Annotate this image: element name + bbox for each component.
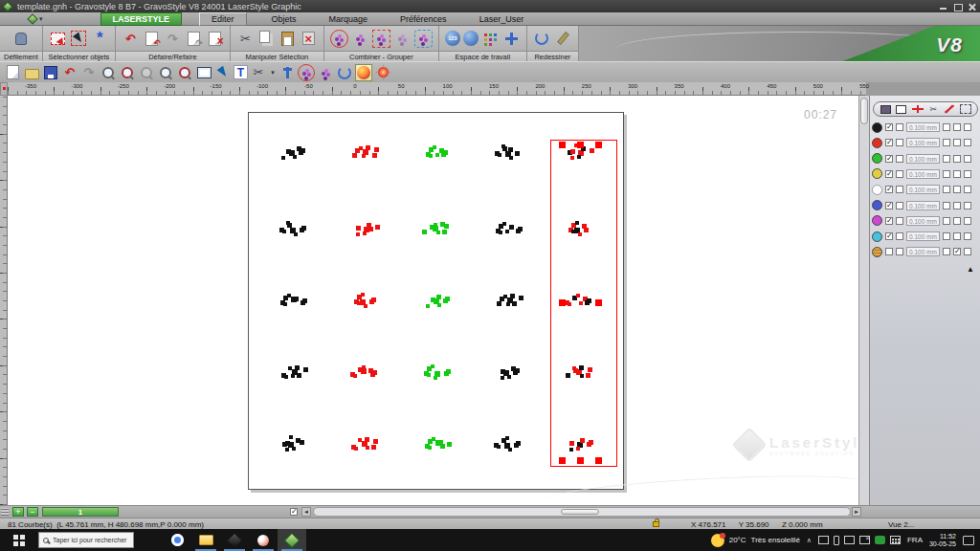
- layer-flag3-checkbox[interactable]: [964, 217, 971, 225]
- menu-laserstyle[interactable]: LASERSTYLE: [100, 12, 183, 26]
- tray-expand-icon[interactable]: ∧: [807, 537, 812, 544]
- hand-icon[interactable]: [11, 30, 30, 48]
- gravostyle-icon[interactable]: [278, 529, 306, 551]
- layer-color-swatch[interactable]: [872, 200, 882, 210]
- order-grid-icon[interactable]: [481, 30, 500, 48]
- layer-visible-checkbox[interactable]: [885, 217, 893, 225]
- scroll-option-checkbox[interactable]: [290, 508, 298, 516]
- menu-marquage[interactable]: Marquage: [322, 13, 376, 25]
- frame-icon[interactable]: [195, 64, 212, 81]
- selection-handle[interactable]: [559, 299, 566, 306]
- snowflake-icon[interactable]: *: [91, 30, 109, 48]
- layer-flag1-checkbox[interactable]: [943, 123, 950, 131]
- layer-flag1-checkbox[interactable]: [943, 248, 950, 255]
- layer-flag2-checkbox[interactable]: [953, 186, 961, 193]
- layer-visible-checkbox[interactable]: [885, 202, 893, 209]
- cursor-icon[interactable]: [214, 64, 232, 81]
- layer-option-checkbox[interactable]: [896, 202, 903, 209]
- layer-option-checkbox[interactable]: [896, 139, 903, 146]
- remote-icon[interactable]: [249, 529, 278, 551]
- explorer-icon[interactable]: [191, 529, 220, 551]
- selection-handle[interactable]: [577, 457, 584, 464]
- new-document-icon[interactable]: [4, 64, 21, 81]
- maximize-icon[interactable]: [953, 3, 962, 11]
- zoom-window-icon[interactable]: [138, 64, 155, 81]
- layer-flag1-checkbox[interactable]: [943, 186, 950, 193]
- paste-icon[interactable]: [278, 30, 297, 48]
- selection-handle[interactable]: [595, 299, 602, 306]
- layer-flag1-checkbox[interactable]: [943, 139, 950, 146]
- separate-icon[interactable]: [414, 30, 433, 48]
- measure-line-icon[interactable]: [912, 104, 924, 114]
- layer-color-swatch[interactable]: [872, 215, 882, 226]
- redo-icon[interactable]: ↷: [164, 30, 182, 48]
- horizontal-scrollbar[interactable]: [313, 507, 851, 517]
- layer-flag2-checkbox[interactable]: [953, 232, 961, 240]
- horizontal-scroll-thumb[interactable]: [561, 509, 599, 515]
- security-icon[interactable]: [875, 536, 885, 544]
- no-draw-icon[interactable]: [944, 104, 955, 114]
- pin-tool-icon[interactable]: [278, 64, 296, 81]
- panel-expand-icon[interactable]: ▲: [967, 265, 974, 274]
- minimize-icon[interactable]: [939, 3, 947, 11]
- layer-color-swatch[interactable]: [872, 168, 882, 179]
- ungroup-gray-icon[interactable]: [393, 30, 412, 48]
- vertical-scrollbar[interactable]: [858, 96, 869, 505]
- layer-flag1-checkbox[interactable]: [943, 202, 950, 209]
- inkscape-icon[interactable]: [220, 529, 249, 551]
- layer-visible-checkbox[interactable]: [885, 186, 893, 193]
- layer-color-swatch[interactable]: [872, 138, 882, 148]
- layer-color-swatch[interactable]: [872, 231, 882, 242]
- menu-objets[interactable]: Objets: [264, 13, 304, 25]
- cut-icon[interactable]: ✂: [236, 30, 255, 48]
- layer-flag2-checkbox[interactable]: [953, 170, 961, 178]
- zoom-previous-icon[interactable]: [119, 64, 136, 81]
- volume-muted-icon[interactable]: [859, 536, 870, 544]
- laser-simulation-icon[interactable]: [355, 64, 372, 81]
- layer-option-checkbox[interactable]: [896, 170, 903, 178]
- layer-color-swatch[interactable]: [872, 153, 882, 164]
- move-icon[interactable]: [502, 30, 521, 48]
- weather-widget[interactable]: 20°C Très ensoleillé: [711, 534, 800, 547]
- scroll-left-icon[interactable]: ◄: [301, 507, 311, 517]
- layer-option-checkbox[interactable]: [896, 232, 903, 240]
- remove-sheet-button[interactable]: −: [27, 507, 38, 517]
- dashed-rect-icon[interactable]: [960, 104, 971, 114]
- copy-icon[interactable]: [257, 30, 276, 48]
- selection-handle[interactable]: [559, 457, 566, 464]
- line-width-field[interactable]: 0.100 mm: [906, 169, 940, 179]
- refresh-icon[interactable]: [533, 30, 551, 48]
- layer-flag1-checkbox[interactable]: [943, 217, 950, 225]
- text-tool-icon[interactable]: T: [234, 65, 248, 79]
- laser-pointer-icon[interactable]: [374, 64, 391, 81]
- vertical-scroll-thumb[interactable]: [860, 98, 868, 124]
- undo-delete-icon[interactable]: [206, 30, 224, 48]
- zoom-selection-icon[interactable]: [176, 64, 193, 81]
- fill-square-icon[interactable]: [880, 104, 891, 114]
- layer-flag1-checkbox[interactable]: [943, 155, 950, 163]
- layer-option-checkbox[interactable]: [896, 123, 903, 131]
- line-width-field[interactable]: 0.100 mm: [906, 138, 940, 147]
- line-width-field[interactable]: 0.100 mm: [906, 216, 940, 226]
- layer-flag3-checkbox[interactable]: [964, 248, 971, 255]
- ruler-origin-button[interactable]: [0, 82, 8, 96]
- layer-visible-checkbox[interactable]: [885, 170, 893, 178]
- selection-handle[interactable]: [559, 142, 566, 148]
- layer-flag2-checkbox[interactable]: [953, 217, 961, 225]
- layer-visible-checkbox[interactable]: [885, 123, 893, 131]
- task-view-icon[interactable]: [134, 529, 163, 551]
- keyboard-icon[interactable]: [890, 536, 901, 544]
- close-icon[interactable]: [968, 3, 976, 11]
- dropdown-caret-icon[interactable]: ▾: [269, 64, 277, 81]
- language-indicator[interactable]: FRA: [907, 536, 923, 544]
- redo-list-icon[interactable]: [185, 30, 203, 48]
- menu-editer[interactable]: Editer: [199, 12, 247, 26]
- undo-icon[interactable]: ↶: [61, 64, 78, 81]
- layer-option-checkbox[interactable]: [896, 155, 903, 163]
- menu-laser-user[interactable]: Laser_User: [472, 13, 532, 25]
- layer-flag3-checkbox[interactable]: [964, 232, 971, 240]
- line-width-field[interactable]: 0.100 mm: [906, 154, 940, 164]
- network-icon[interactable]: [844, 536, 855, 544]
- notification-center-icon[interactable]: [963, 536, 974, 545]
- layer-flag2-checkbox[interactable]: [953, 155, 961, 163]
